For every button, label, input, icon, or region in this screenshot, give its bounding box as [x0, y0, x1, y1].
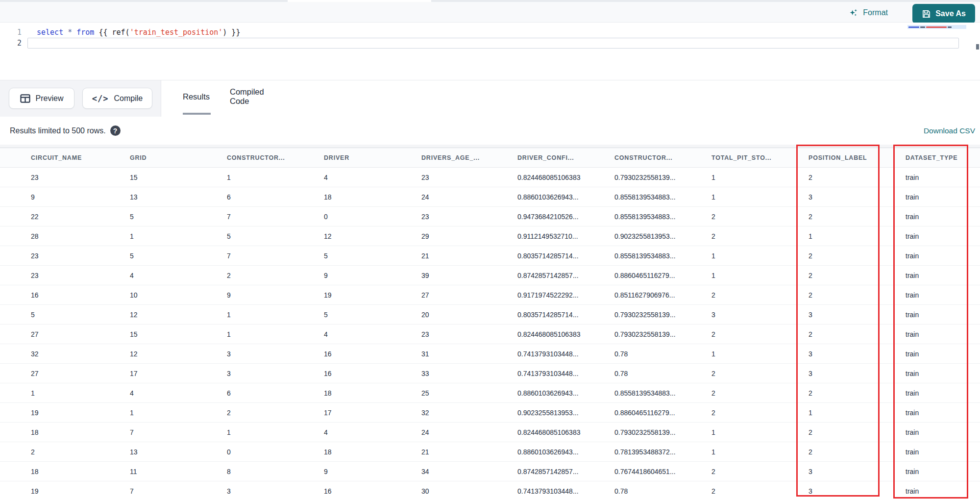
table-cell: 7 — [130, 428, 227, 436]
table-cell: 2 — [808, 428, 906, 436]
results-limit-note: Results limited to 500 rows. ? — [10, 117, 121, 145]
save-as-button[interactable]: Save As — [912, 4, 975, 24]
table-cell: 32 — [31, 350, 130, 358]
table-cell: 0.78 — [614, 350, 711, 358]
table-cell: 16 — [324, 487, 421, 495]
table-cell: 0.8860103626943... — [517, 448, 614, 456]
tab-compiled-code[interactable]: Compiled Code — [230, 80, 264, 113]
format-button[interactable]: Format — [848, 5, 888, 20]
compile-button[interactable]: </> Compile — [82, 88, 152, 109]
table-cell: 2 — [711, 468, 808, 475]
table-cell: 9 — [324, 468, 421, 475]
table-cell: train — [906, 252, 980, 260]
table-cell: 1 — [31, 389, 130, 397]
table-cell: 15 — [130, 174, 227, 181]
table-cell: 16 — [324, 350, 421, 358]
table-cell: 2 — [227, 409, 324, 417]
column-header[interactable]: CIRCUIT_NAME — [31, 154, 130, 161]
table-cell: 1 — [711, 174, 808, 181]
column-header[interactable]: DRIVER — [324, 154, 421, 161]
table-row[interactable]: 2717316330.7413793103448...0.7823train — [0, 364, 980, 383]
app-window: Format Save As 1select * from {{ ref('tr… — [0, 0, 980, 500]
table-cell: 34 — [421, 468, 517, 475]
table-cell: 0.8860103626943... — [517, 389, 614, 397]
table-cell: 2 — [711, 409, 808, 417]
preview-button[interactable]: Preview — [9, 88, 74, 109]
table-cell: 31 — [421, 350, 517, 358]
table-cell: 4 — [130, 389, 227, 397]
column-header[interactable]: CONSTRUCTOR... — [227, 154, 324, 161]
editor-minimap[interactable] — [907, 25, 966, 29]
table-cell: 27 — [31, 330, 130, 338]
download-csv-link[interactable]: Download CSV — [924, 117, 975, 145]
table-cell: 1 — [227, 428, 324, 436]
table-cell: 3 — [227, 370, 324, 377]
table-row[interactable]: 271514230.8244680851063830.7930232558139… — [0, 325, 980, 344]
table-cell: train — [906, 428, 980, 436]
table-cell: 32 — [421, 409, 517, 417]
column-header[interactable]: CONSTRUCTOR... — [614, 154, 711, 161]
table-cell: train — [906, 232, 980, 240]
table-cell: 0.8511627906976... — [614, 291, 711, 299]
table-row[interactable]: 197316300.7413793103448...0.7823train — [0, 481, 980, 500]
table-row[interactable]: 1610919270.9171974522292...0.85116279069… — [0, 285, 980, 305]
table-cell: 0.9023255813953... — [517, 409, 614, 417]
code-line[interactable]: 2 — [0, 38, 980, 49]
table-cell: 17 — [324, 409, 421, 417]
table-row[interactable]: 23429390.8742857142857...0.8860465116279… — [0, 266, 980, 285]
table-row[interactable]: 913618240.8860103626943...0.855813953488… — [0, 187, 980, 207]
table-cell: 2 — [31, 448, 130, 456]
table-cell: train — [906, 193, 980, 201]
table-cell: 0.824468085106383 — [517, 330, 614, 338]
table-row[interactable]: 231514230.8244680851063830.7930232558139… — [0, 168, 980, 187]
table-cell: 23 — [421, 174, 517, 181]
table-cell: 12 — [130, 311, 227, 319]
table-cell: 3 — [808, 350, 906, 358]
table-cell: 0.9112149532710... — [517, 232, 614, 240]
table-cell: 12 — [324, 232, 421, 240]
table-row[interactable]: 14618250.8860103626943...0.8558139534883… — [0, 383, 980, 403]
tab-results[interactable]: Results — [183, 80, 210, 113]
code-line[interactable]: 1select * from {{ ref('train_test_positi… — [0, 27, 980, 38]
results-info-row: Results limited to 500 rows. ? Download … — [0, 117, 980, 145]
table-cell: 0.7413793103448... — [517, 350, 614, 358]
compile-label: Compile — [114, 94, 143, 103]
table-row[interactable]: 181189340.8742857142857...0.767441860465… — [0, 462, 980, 481]
table-cell: 0.8558139534883... — [614, 389, 711, 397]
column-header[interactable]: DRIVERS_AGE_... — [421, 154, 517, 161]
table-row[interactable]: 22570230.9473684210526...0.8558139534883… — [0, 207, 980, 226]
table-cell: train — [906, 272, 980, 279]
column-header[interactable]: POSITION_LABEL — [808, 154, 906, 161]
table-cell: 25 — [421, 389, 517, 397]
table-cell: 3 — [808, 487, 906, 495]
column-header[interactable]: DRIVER_CONFI... — [517, 154, 614, 161]
table-row[interactable]: 3212316310.7413793103448...0.7813train — [0, 344, 980, 364]
table-cell: 0.8742857142857... — [517, 468, 614, 475]
table-row[interactable]: 213018210.8860103626943...0.781395348837… — [0, 442, 980, 462]
table-row[interactable]: 51215200.8035714285714...0.7930232558139… — [0, 305, 980, 325]
table-cell: 13 — [130, 193, 227, 201]
editor-scrollbar-thumb[interactable] — [976, 44, 979, 50]
sql-editor[interactable]: 1select * from {{ ref('train_test_positi… — [0, 23, 980, 80]
table-cell: 2 — [227, 272, 324, 279]
table-row[interactable]: 23575210.8035714285714...0.8558139534883… — [0, 246, 980, 266]
table-cell: 11 — [130, 468, 227, 475]
table-cell: 4 — [324, 428, 421, 436]
help-icon[interactable]: ? — [110, 125, 121, 136]
column-header[interactable]: DATASET_TYPE — [906, 154, 980, 161]
table-row[interactable]: 191217320.9023255813953...0.886046511627… — [0, 403, 980, 423]
column-header[interactable]: TOTAL_PIT_STO... — [711, 154, 808, 161]
table-cell: 3 — [808, 311, 906, 319]
table-cell: 19 — [31, 487, 130, 495]
table-cell: 24 — [421, 193, 517, 201]
table-row[interactable]: 18714240.8244680851063830.7930232558139.… — [0, 423, 980, 442]
table-cell: 15 — [130, 330, 227, 338]
column-header[interactable]: GRID — [130, 154, 227, 161]
active-tab-underline — [183, 113, 211, 115]
table-cell: 0 — [324, 213, 421, 221]
table-row[interactable]: 281512290.9112149532710...0.902325581395… — [0, 226, 980, 246]
table-cell: train — [906, 350, 980, 358]
table-cell: 7 — [227, 213, 324, 221]
table-cell: 3 — [711, 311, 808, 319]
table-cell: 27 — [421, 291, 517, 299]
